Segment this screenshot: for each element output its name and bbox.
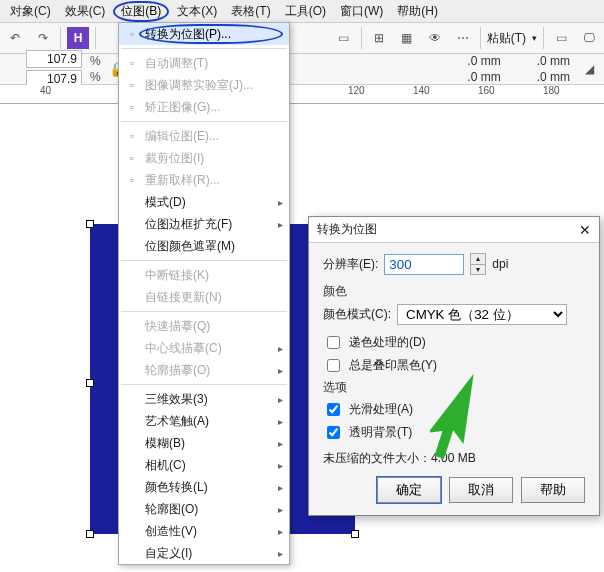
smooth-checkbox[interactable] (327, 403, 340, 416)
cancel-button[interactable]: 取消 (449, 477, 513, 503)
menu-item-label: 自链接更新(N) (145, 289, 289, 306)
menu-table[interactable]: 表格(T) (225, 1, 276, 22)
menu-item[interactable]: 模糊(B)▸ (119, 432, 289, 454)
ruler: 40 120 140 160 180 (0, 85, 604, 104)
mm-value: .0 mm (537, 70, 570, 84)
menu-item[interactable]: 轮廓图(O)▸ (119, 498, 289, 520)
menu-item[interactable]: 位图颜色遮罩(M) (119, 235, 289, 257)
submenu-arrow-icon: ▸ (278, 482, 289, 493)
menu-bitmap[interactable]: 位图(B) (113, 1, 169, 22)
dither-checkbox[interactable] (327, 336, 340, 349)
menu-item-label: 创造性(V) (145, 523, 278, 540)
menu-item-label: 模糊(B) (145, 435, 278, 452)
colormode-label: 颜色模式(C): (323, 306, 391, 323)
submenu-arrow-icon: ▸ (278, 343, 289, 354)
menu-item-label: 轮廓图(O) (145, 501, 278, 518)
menu-item-label: 快速描摹(Q) (145, 318, 289, 335)
menu-item-label: 位图边框扩充(F) (145, 216, 278, 233)
menu-item-label: 矫正图像(G)... (145, 99, 289, 116)
menu-object[interactable]: 对象(C) (4, 1, 57, 22)
overprint-checkbox[interactable] (327, 359, 340, 372)
submenu-arrow-icon: ▸ (278, 416, 289, 427)
menu-tools[interactable]: 工具(O) (279, 1, 332, 22)
lab-icon: ▫ (119, 78, 145, 92)
overprint-label: 总是叠印黑色(Y) (349, 357, 437, 374)
menu-item-label: 中心线描摹(C) (145, 340, 278, 357)
dither-label: 递色处理的(D) (349, 334, 426, 351)
paste-button[interactable]: 粘贴(T) (487, 30, 526, 47)
undo-button[interactable]: ↶ (4, 27, 26, 49)
corner-icon[interactable]: ◢ (578, 58, 600, 80)
menu-item-label: 自定义(I) (145, 545, 278, 562)
scale-x-input[interactable]: 107.9 (26, 50, 82, 68)
submenu-arrow-icon: ▸ (278, 460, 289, 471)
submenu-arrow-icon: ▸ (278, 548, 289, 559)
dpi-label: dpi (492, 257, 508, 271)
submenu-arrow-icon: ▸ (278, 438, 289, 449)
menu-help[interactable]: 帮助(H) (391, 1, 444, 22)
menu-item[interactable]: 颜色转换(L)▸ (119, 476, 289, 498)
submenu-arrow-icon: ▸ (278, 197, 289, 208)
resolution-spinner[interactable]: ▴▾ (470, 253, 486, 275)
menu-item: ▫自动调整(T) (119, 52, 289, 74)
redo-button[interactable]: ↷ (32, 27, 54, 49)
menu-item: ▫图像调整实验室(J)... (119, 74, 289, 96)
menu-item-label: 三维效果(3) (145, 391, 278, 408)
menu-item: 中心线描摹(C)▸ (119, 337, 289, 359)
grid-icon[interactable]: ▦ (396, 27, 418, 49)
close-icon[interactable]: ✕ (579, 222, 591, 238)
menu-item[interactable]: 自定义(I)▸ (119, 542, 289, 564)
property-bar: 107.9 107.9 % % 🔒 .0 mm .0 mm .0 mm .0 m… (0, 54, 604, 85)
filesize-label: 未压缩的文件大小：4.00 MB (323, 450, 585, 467)
menu-item-label: 重新取样(R)... (145, 172, 289, 189)
mm-value: .0 mm (467, 54, 500, 68)
eye-icon[interactable]: 👁 (424, 27, 446, 49)
menu-item[interactable]: 模式(D)▸ (119, 191, 289, 213)
mm-value: .0 mm (467, 70, 500, 84)
menu-effects[interactable]: 效果(C) (59, 1, 112, 22)
menu-item[interactable]: 创造性(V)▸ (119, 520, 289, 542)
transparent-checkbox[interactable] (327, 426, 340, 439)
menu-window[interactable]: 窗口(W) (334, 1, 389, 22)
menu-item-label: 转换为位图(P)... (145, 26, 289, 43)
submenu-arrow-icon: ▸ (278, 504, 289, 515)
snap-icon[interactable]: ⊞ (368, 27, 390, 49)
menu-item-label: 裁剪位图(I) (145, 150, 289, 167)
menu-item: ▫编辑位图(E)... (119, 125, 289, 147)
menu-item-label: 轮廓描摹(O) (145, 362, 278, 379)
options-group: 选项 (323, 379, 585, 396)
menu-text[interactable]: 文本(X) (171, 1, 223, 22)
menu-item-label: 模式(D) (145, 194, 278, 211)
edit-icon: ▫ (119, 129, 145, 143)
crop-icon: ▫ (119, 151, 145, 165)
tool-icon[interactable]: H (67, 27, 89, 49)
convert-icon: ▫ (119, 27, 145, 41)
colormode-select[interactable]: CMYK 色（32 位） (397, 304, 567, 325)
submenu-arrow-icon: ▸ (278, 219, 289, 230)
bitmap-dropdown: ▫转换为位图(P)...▫自动调整(T)▫图像调整实验室(J)...▫矫正图像(… (118, 22, 290, 565)
menu-item-label: 艺术笔触(A) (145, 413, 278, 430)
screen-icon[interactable]: 🖵 (578, 27, 600, 49)
menu-item: ▫矫正图像(G)... (119, 96, 289, 118)
menu-item: ▫重新取样(R)... (119, 169, 289, 191)
menu-item-label: 相机(C) (145, 457, 278, 474)
submenu-arrow-icon: ▸ (278, 394, 289, 405)
align-icon[interactable]: ▭ (550, 27, 572, 49)
percent-label: % (90, 70, 101, 84)
menu-item: 轮廓描摹(O)▸ (119, 359, 289, 381)
resolution-input[interactable] (384, 254, 464, 275)
ok-button[interactable]: 确定 (377, 477, 441, 503)
dots-icon[interactable]: ⋯ (452, 27, 474, 49)
help-button[interactable]: 帮助 (521, 477, 585, 503)
menu-item-label: 颜色转换(L) (145, 479, 278, 496)
dialog-title: 转换为位图 (317, 221, 377, 238)
menu-item[interactable]: 三维效果(3)▸ (119, 388, 289, 410)
menu-item-label: 图像调整实验室(J)... (145, 77, 289, 94)
menu-item[interactable]: ▫转换为位图(P)... (119, 23, 289, 45)
view-icon[interactable]: ▭ (333, 27, 355, 49)
menu-item[interactable]: 艺术笔触(A)▸ (119, 410, 289, 432)
menu-item: 快速描摹(Q) (119, 315, 289, 337)
menu-item[interactable]: 位图边框扩充(F)▸ (119, 213, 289, 235)
toolbar: ↶ ↷ H ▭ ⊞ ▦ 👁 ⋯ 粘贴(T) ▾ ▭ 🖵 (0, 23, 604, 54)
menu-item[interactable]: 相机(C)▸ (119, 454, 289, 476)
